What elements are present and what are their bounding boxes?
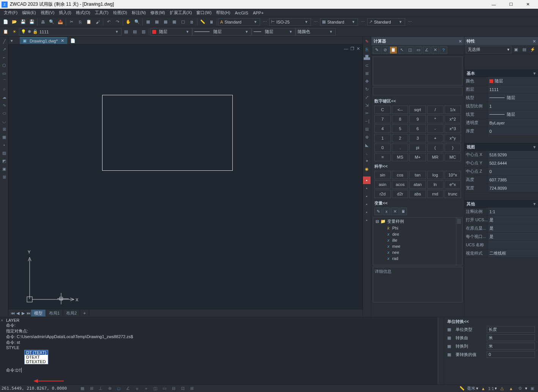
menu-help[interactable]: 帮助(H) xyxy=(214,9,232,16)
prop-width[interactable]: 724.8099 xyxy=(488,184,538,192)
qp-icon[interactable]: ⊟ xyxy=(169,385,178,392)
layers-icon[interactable]: ▦ xyxy=(161,18,170,26)
ac-item-1[interactable]: DT (TEXT) xyxy=(25,350,48,355)
tab-last-icon[interactable]: ⏭ xyxy=(26,310,31,316)
key-6[interactable]: 6 xyxy=(409,124,426,133)
var-tree[interactable]: ⊟📁变量样例 kPhixdeexillexmeexneexrad xyxy=(373,217,462,265)
osnap-icon[interactable]: □ xyxy=(115,385,123,392)
menu-view[interactable]: 视图(V) xyxy=(38,9,57,16)
menu-format[interactable]: 格式(O) xyxy=(74,9,93,16)
key--[interactable]: - xyxy=(427,124,443,133)
copy2-icon[interactable]: ⎘ xyxy=(363,46,371,53)
key-x^3[interactable]: x^3 xyxy=(445,124,461,133)
palette3-icon[interactable]: ▪ xyxy=(363,192,371,200)
close-button[interactable]: ✕ xyxy=(519,0,536,9)
key-4[interactable]: 4 xyxy=(374,124,391,133)
tab-model[interactable]: 模型 xyxy=(31,310,46,316)
arc-icon[interactable]: ⌒ xyxy=(0,77,8,85)
calc-tb4[interactable]: ↖ xyxy=(398,46,405,54)
layeriso-icon[interactable]: ▦ xyxy=(153,18,161,26)
view-min-icon[interactable]: — xyxy=(344,46,348,51)
calc-history[interactable] xyxy=(373,57,462,85)
clean-icon[interactable]: ▣ xyxy=(528,385,536,392)
key-sqrt[interactable]: sqrt xyxy=(409,105,426,114)
palette6-icon[interactable]: ▪ xyxy=(363,216,371,224)
key-=[interactable]: = xyxy=(374,153,391,161)
palette1-icon[interactable]: ▪ xyxy=(363,176,371,184)
var-tb3[interactable]: ✕ xyxy=(391,208,399,215)
lay2-icon[interactable]: ▤ xyxy=(131,28,139,36)
menu-dim[interactable]: 标注(N) xyxy=(129,9,148,16)
tab-layout2[interactable]: 布局2 xyxy=(63,310,80,316)
var-nee[interactable]: xnee xyxy=(373,249,462,255)
match-icon[interactable]: 🖌 xyxy=(93,18,102,26)
dimstyle-icon[interactable]: ⋯ xyxy=(311,18,320,26)
key-)[interactable]: ) xyxy=(445,143,461,152)
var-rad[interactable]: xrad xyxy=(373,255,462,261)
chamfer-icon[interactable]: ◣ xyxy=(363,141,371,149)
polyline-icon[interactable]: ⌐ xyxy=(0,54,8,61)
textstyle-icon[interactable]: ⋯ xyxy=(260,18,269,26)
key-8[interactable]: 8 xyxy=(392,115,408,123)
menu-window[interactable]: 窗口(W) xyxy=(194,9,214,16)
prop-group-view[interactable]: 视图▾ xyxy=(464,143,538,151)
calc-section-var[interactable]: 变量<< xyxy=(371,199,464,207)
menu-insert[interactable]: 插入(I) xyxy=(57,9,73,16)
key-<--[interactable]: <-- xyxy=(392,105,408,114)
key-+[interactable]: + xyxy=(427,134,443,142)
var-tb2[interactable]: x xyxy=(383,208,390,215)
selection-combo[interactable]: 无选择▾ xyxy=(466,46,511,54)
tab-layout1[interactable]: 布局1 xyxy=(46,310,63,316)
circle-icon[interactable]: ○ xyxy=(0,85,8,93)
scikey-r2d[interactable]: r2d xyxy=(374,190,391,198)
key-1[interactable]: 1 xyxy=(374,134,391,142)
key-.[interactable]: . xyxy=(392,143,408,152)
table-icon[interactable]: ⊞ xyxy=(0,173,8,181)
zoom-icon[interactable]: 🔍 xyxy=(133,18,141,26)
menu-file[interactable]: 文件(F) xyxy=(2,9,20,16)
key-2[interactable]: 2 xyxy=(392,134,408,142)
palette5-icon[interactable]: ▪ xyxy=(363,208,371,216)
undo-icon[interactable]: ↶ xyxy=(104,18,113,26)
prop-ltscale[interactable]: 1 xyxy=(488,102,538,110)
array-icon[interactable]: ⊞ xyxy=(363,69,371,77)
command-autocomplete[interactable]: DT (TEXT) DTEXT DTEXTED xyxy=(24,350,48,364)
calc-tb3[interactable]: 📋 xyxy=(390,46,397,54)
unit-to[interactable]: 米 xyxy=(487,343,535,349)
menu-edit[interactable]: 编辑(E) xyxy=(20,9,38,16)
key-1/x[interactable]: 1/x xyxy=(445,105,461,114)
prop-height[interactable]: 607.7385 xyxy=(488,176,538,184)
palette4-icon[interactable]: ▪ xyxy=(363,200,371,208)
scikey-log[interactable]: log xyxy=(427,171,443,179)
ac-item-3[interactable]: DTEXTED xyxy=(25,359,48,364)
key-7[interactable]: 7 xyxy=(374,115,391,123)
prop-annoscale[interactable]: 1:1 xyxy=(488,208,538,216)
key-M+[interactable]: M+ xyxy=(409,153,426,161)
cut-icon[interactable]: ✂ xyxy=(67,18,76,26)
var-tb1[interactable]: ✎ xyxy=(374,208,382,215)
key-x^y[interactable]: x^y xyxy=(445,134,461,142)
open-icon[interactable]: 📂 xyxy=(10,18,19,26)
saveall-icon[interactable]: 💾 xyxy=(28,18,36,26)
color-combo[interactable]: 随层▾ xyxy=(150,28,192,36)
ac-item-2[interactable]: DTEXT xyxy=(25,355,48,359)
new-icon[interactable]: 📄 xyxy=(2,18,10,26)
scikey-e^x[interactable]: e^x xyxy=(445,180,461,189)
join-icon[interactable]: ⊕ xyxy=(363,133,371,141)
prop-ucsvp[interactable]: 是 xyxy=(488,233,538,241)
prop-cy[interactable]: 502.6444 xyxy=(488,159,538,167)
tablestyle-icon[interactable]: ⋯ xyxy=(358,18,367,26)
gradient-icon[interactable]: ◩ xyxy=(0,157,8,165)
extend-icon[interactable]: →| xyxy=(363,117,371,125)
polygon-icon[interactable]: ⬡ xyxy=(0,61,8,69)
move-icon[interactable]: ✥ xyxy=(363,77,371,85)
key-5[interactable]: 5 xyxy=(392,124,408,133)
line-icon[interactable]: ╱ xyxy=(0,38,8,45)
calc-tb6[interactable]: ▭ xyxy=(415,46,422,54)
preview-icon[interactable]: 🔍 xyxy=(47,18,56,26)
cmd-close-icon[interactable]: × xyxy=(1,318,3,323)
layermgr-icon[interactable]: 📋 xyxy=(2,28,10,36)
calc-tb7[interactable]: ∠ xyxy=(423,46,431,54)
anno-icon[interactable]: ▲ xyxy=(479,385,488,392)
key-*[interactable]: * xyxy=(427,115,443,123)
